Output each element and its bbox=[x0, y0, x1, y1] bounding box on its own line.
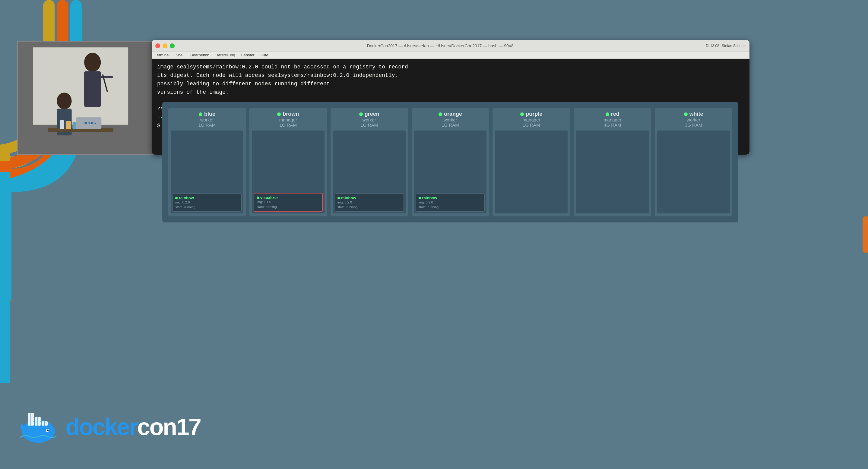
node-brown-role: manager bbox=[252, 117, 324, 122]
node-green-header: green worker 1G RAM bbox=[333, 111, 406, 128]
video-feed: HULKS bbox=[17, 41, 154, 155]
menu-hilfe[interactable]: Hilfe bbox=[260, 53, 269, 57]
terminal-line-3: possibly leading to different nodes runn… bbox=[157, 80, 744, 88]
menu-darstellung[interactable]: Darstellung bbox=[215, 53, 235, 57]
node-white-role: worker bbox=[657, 117, 730, 122]
presenter-scene: HULKS bbox=[18, 41, 153, 155]
node-orange-header: orange worker 1G RAM bbox=[414, 111, 487, 128]
terminal-menubar: Terminal Shell Bearbeiten Darstellung Fe… bbox=[152, 52, 749, 59]
svg-point-37 bbox=[47, 430, 49, 431]
terminal-status: Di 13:08 Stefan Scherer bbox=[706, 44, 746, 48]
node-green-name: green bbox=[365, 111, 379, 117]
node-orange-role: worker bbox=[414, 117, 487, 122]
node-red-dot bbox=[606, 112, 609, 116]
node-orange-body: rainbow img: 0.2.0state: running bbox=[414, 131, 487, 213]
node-blue-name: blue bbox=[204, 111, 215, 117]
node-red-name: red bbox=[611, 111, 619, 117]
docker-text: docker bbox=[65, 413, 137, 441]
terminal-line-1: image sealsystems/rainbow:0.2.0 could no… bbox=[157, 63, 744, 71]
stripe-blue-bottom bbox=[0, 172, 10, 383]
svg-point-11 bbox=[84, 53, 101, 72]
node-blue-body: rainbow img: 0.2.0state: running bbox=[171, 131, 243, 213]
docker-whale-icon bbox=[17, 409, 59, 445]
terminal-titlebar: DockerCon2017 — /Users/stefan — ~/Users/… bbox=[152, 40, 749, 52]
menu-fenster[interactable]: Fenster bbox=[241, 53, 254, 57]
node-green: green worker 1G RAM rainbow img: 0.2.0st… bbox=[331, 108, 408, 216]
scrollbar-hint[interactable] bbox=[863, 216, 868, 253]
node-red: red manager 4G RAM bbox=[574, 108, 651, 216]
swarm-nodes: blue worker 1G RAM rainbow img: 0.2.0sta… bbox=[168, 108, 732, 216]
menu-terminal[interactable]: Terminal bbox=[155, 53, 169, 57]
svg-rect-19 bbox=[66, 121, 71, 129]
node-orange: orange worker 1G RAM rainbow img: 0.2.0s… bbox=[412, 108, 489, 216]
node-brown-body: visualizer img: 1.1.0state: running bbox=[252, 131, 324, 213]
time-display: Di 13:08 bbox=[706, 44, 719, 48]
node-white-dot bbox=[684, 112, 688, 116]
node-brown-header: brown manager 1G RAM bbox=[252, 111, 324, 128]
node-blue-dot bbox=[199, 112, 203, 116]
node-red-header: red manager 4G RAM bbox=[576, 111, 649, 128]
svg-point-15 bbox=[57, 93, 71, 109]
svg-rect-18 bbox=[60, 120, 64, 129]
container-rainbow-orange: rainbow img: 0.2.0state: running bbox=[416, 194, 485, 211]
node-brown-name: brown bbox=[283, 111, 299, 117]
node-white-name: white bbox=[689, 111, 703, 117]
node-blue-role: worker bbox=[171, 117, 243, 122]
node-blue-header: blue worker 1G RAM bbox=[171, 111, 243, 128]
node-green-role: worker bbox=[333, 117, 406, 122]
terminal-line-2: its digest. Each node will access sealsy… bbox=[157, 71, 744, 80]
node-orange-ram: 1G RAM bbox=[414, 122, 487, 128]
dockercon-logo: docker con 17 bbox=[17, 409, 200, 445]
terminal-line-4: versions of the image. bbox=[157, 88, 744, 97]
node-white-ram: 3G RAM bbox=[657, 122, 730, 128]
node-brown-dot bbox=[277, 112, 281, 116]
node-white-header: white worker 3G RAM bbox=[657, 111, 730, 128]
node-purple-name: purple bbox=[526, 111, 542, 117]
node-purple-body bbox=[495, 131, 568, 213]
node-purple-header: purple manager 1G RAM bbox=[495, 111, 568, 128]
node-red-ram: 4G RAM bbox=[576, 122, 649, 128]
node-brown-ram: 1G RAM bbox=[252, 122, 324, 128]
svg-rect-12 bbox=[84, 71, 101, 107]
container-visualizer-brown: visualizer img: 1.1.0state: running bbox=[254, 193, 323, 211]
dockercon-text-container: docker con 17 bbox=[65, 413, 200, 441]
con-text: con bbox=[137, 413, 177, 441]
node-green-ram: 1G RAM bbox=[333, 122, 406, 128]
node-red-body bbox=[576, 131, 649, 213]
node-orange-dot bbox=[438, 112, 442, 116]
node-green-body: rainbow img: 0.2.0state: running bbox=[333, 131, 406, 213]
svg-rect-10 bbox=[33, 47, 128, 125]
terminal-title: DockerCon2017 — /Users/stefan — ~/Users/… bbox=[177, 43, 703, 48]
swarm-panel: blue worker 1G RAM rainbow img: 0.2.0sta… bbox=[162, 102, 738, 223]
user-display: Stefan Scherer bbox=[722, 44, 746, 48]
node-purple-dot bbox=[520, 112, 524, 116]
node-purple-ram: 1G RAM bbox=[495, 122, 568, 128]
minimize-button[interactable] bbox=[162, 43, 167, 48]
menu-shell[interactable]: Shell bbox=[176, 53, 184, 57]
node-purple: purple manager 1G RAM bbox=[493, 108, 570, 216]
menu-bearbeiten[interactable]: Bearbeiten bbox=[190, 53, 209, 57]
container-rainbow-blue: rainbow img: 0.2.0state: running bbox=[173, 194, 242, 211]
node-blue-ram: 1G RAM bbox=[171, 122, 243, 128]
node-green-dot bbox=[359, 112, 363, 116]
container-rainbow-green: rainbow img: 0.2.0state: running bbox=[335, 194, 404, 211]
node-blue: blue worker 1G RAM rainbow img: 0.2.0sta… bbox=[168, 108, 246, 216]
svg-text:HULKS: HULKS bbox=[84, 121, 96, 125]
node-purple-role: manager bbox=[495, 117, 568, 122]
node-white-body bbox=[657, 131, 730, 213]
close-button[interactable] bbox=[155, 43, 160, 48]
node-red-role: manager bbox=[576, 117, 649, 122]
node-brown: brown manager 1G RAM visualizer img: 1.1… bbox=[249, 108, 327, 216]
year-text: 17 bbox=[176, 413, 200, 441]
node-white: white worker 3G RAM bbox=[655, 108, 732, 216]
maximize-button[interactable] bbox=[170, 43, 175, 48]
node-orange-name: orange bbox=[444, 111, 462, 117]
